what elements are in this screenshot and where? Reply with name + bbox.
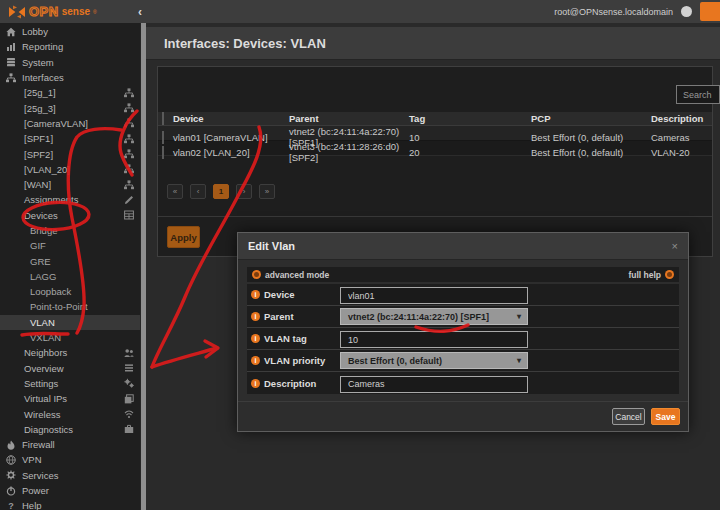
modal-header: Edit Vlan × bbox=[238, 233, 688, 260]
status-circle-icon[interactable] bbox=[681, 6, 692, 17]
sitemap-icon bbox=[6, 73, 17, 83]
sidebar-item-reporting[interactable]: Reporting bbox=[0, 39, 140, 54]
sidebar-item-lobby[interactable]: Lobby bbox=[0, 24, 140, 39]
field-row-parent: iParentvtnet2 (bc:24:11:4a:22:70) [SPF1]… bbox=[247, 306, 679, 328]
page-button[interactable]: ‹ bbox=[190, 184, 206, 199]
sidebar-item-label: Loopback bbox=[30, 286, 71, 297]
sidebar-item-label: Bridge bbox=[30, 225, 57, 236]
row-checkbox[interactable] bbox=[162, 146, 164, 159]
apply-button[interactable]: Apply bbox=[167, 226, 200, 248]
selected-value: Best Effort (0, default) bbox=[348, 356, 442, 366]
sidebar-item-vpn[interactable]: VPN bbox=[0, 452, 140, 467]
info-icon[interactable]: i bbox=[251, 290, 260, 299]
info-icon[interactable]: i bbox=[251, 379, 260, 388]
search-input[interactable] bbox=[676, 85, 720, 104]
sidebar-item-label: Settings bbox=[24, 378, 58, 389]
sidebar-item-settings[interactable]: Settings bbox=[0, 376, 140, 391]
power-icon bbox=[6, 486, 17, 496]
column-header: Description bbox=[651, 113, 712, 124]
sidebar-item-neighbors[interactable]: Neighbors bbox=[0, 345, 140, 360]
top-header: OPNsense® ‹ root@OPNsense.localdomain bbox=[0, 0, 720, 23]
save-button[interactable]: Save bbox=[651, 408, 680, 425]
sidebar-item-spf2[interactable]: [SPF2] bbox=[0, 146, 140, 161]
sidebar: LobbyReportingSystemInterfaces[25g_1][25… bbox=[0, 23, 140, 510]
sidebar-item-label: Assignments bbox=[24, 194, 78, 205]
sidebar-item-wan[interactable]: [WAN] bbox=[0, 177, 140, 192]
device-input[interactable] bbox=[340, 287, 528, 304]
vlan-priority-select[interactable]: Best Effort (0, default)▾ bbox=[340, 352, 528, 369]
page-button[interactable]: » bbox=[259, 184, 275, 199]
page-button[interactable]: « bbox=[167, 184, 183, 199]
info-icon[interactable]: i bbox=[251, 356, 260, 365]
sidebar-item-services[interactable]: Services bbox=[0, 468, 140, 483]
cancel-button[interactable]: Cancel bbox=[612, 408, 645, 425]
info-icon[interactable]: i bbox=[251, 312, 260, 321]
svg-text:?: ? bbox=[8, 501, 14, 510]
selected-value: vtnet2 (bc:24:11:4a:22:70) [SPF1] bbox=[348, 312, 489, 322]
close-icon[interactable]: × bbox=[672, 240, 678, 252]
logout-button[interactable] bbox=[700, 2, 720, 21]
chevron-down-icon: ▾ bbox=[517, 356, 521, 365]
field-row-description: iDescription bbox=[247, 372, 679, 394]
modal-body: advanced mode full help iDeviceiParentvt… bbox=[238, 260, 688, 394]
sidebar-item-label: VLAN bbox=[30, 317, 55, 328]
sidebar-item-vxlan[interactable]: VXLAN bbox=[0, 330, 140, 345]
sidebar-item-wireless[interactable]: Wireless bbox=[0, 406, 140, 421]
list-icon bbox=[124, 363, 134, 373]
sitemap-icon bbox=[124, 134, 134, 144]
advanced-mode-toggle-icon[interactable] bbox=[252, 270, 261, 279]
sidebar-item-devices[interactable]: Devices bbox=[0, 208, 140, 223]
sidebar-item-label: Lobby bbox=[22, 26, 48, 37]
table-cell: vtnet3 (bc:24:11:28:26:d0) [SPF2] bbox=[289, 141, 409, 163]
sidebar-item-cameravlan[interactable]: [CameraVLAN] bbox=[0, 116, 140, 131]
wifi-icon bbox=[124, 409, 134, 419]
field-label: Parent bbox=[264, 311, 294, 322]
sidebar-item-vlan-20[interactable]: [VLAN_20] bbox=[0, 162, 140, 177]
sidebar-item-overview[interactable]: Overview bbox=[0, 361, 140, 376]
table-cell: 20 bbox=[409, 147, 531, 158]
title-band: Interfaces: Devices: VLAN bbox=[146, 27, 720, 60]
row-checkbox[interactable] bbox=[162, 131, 164, 144]
sidebar-item-firewall[interactable]: Firewall bbox=[0, 437, 140, 452]
sidebar-item-25g-3[interactable]: [25g_3] bbox=[0, 100, 140, 115]
sidebar-item-assignments[interactable]: Assignments bbox=[0, 192, 140, 207]
sidebar-item-label: VPN bbox=[22, 454, 42, 465]
page-button-current[interactable]: 1 bbox=[213, 184, 229, 199]
parent-select[interactable]: vtnet2 (bc:24:11:4a:22:70) [SPF1]▾ bbox=[340, 308, 528, 325]
sidebar-item-bridge[interactable]: Bridge bbox=[0, 223, 140, 238]
sidebar-item-gif[interactable]: GIF bbox=[0, 238, 140, 253]
sidebar-item-label: GRE bbox=[30, 256, 51, 267]
sidebar-item-point-to-point[interactable]: Point-to-Point bbox=[0, 299, 140, 314]
sidebar-item-lagg[interactable]: LAGG bbox=[0, 269, 140, 284]
sidebar-item-virtual-ips[interactable]: Virtual IPs bbox=[0, 391, 140, 406]
sidebar-scrollbar[interactable] bbox=[141, 23, 146, 510]
sidebar-item-label: Firewall bbox=[22, 439, 55, 450]
sidebar-item-power[interactable]: Power bbox=[0, 483, 140, 498]
description-input[interactable] bbox=[340, 376, 528, 393]
sidebar-collapse-icon[interactable]: ‹ bbox=[138, 5, 142, 19]
fire-icon bbox=[6, 440, 17, 450]
sidebar-item-loopback[interactable]: Loopback bbox=[0, 284, 140, 299]
sidebar-item-diagnostics[interactable]: Diagnostics bbox=[0, 422, 140, 437]
brand-registered-mark: ® bbox=[93, 9, 97, 15]
sidebar-item-spf1[interactable]: [SPF1] bbox=[0, 131, 140, 146]
sidebar-item-gre[interactable]: GRE bbox=[0, 253, 140, 268]
info-icon[interactable]: i bbox=[251, 334, 260, 343]
sidebar-item-25g-1[interactable]: [25g_1] bbox=[0, 85, 140, 100]
sidebar-item-label: System bbox=[22, 57, 54, 68]
copy-icon bbox=[124, 394, 134, 404]
table-cell: Cameras bbox=[651, 132, 712, 143]
page-button[interactable]: › bbox=[236, 184, 252, 199]
full-help-control[interactable]: full help bbox=[624, 270, 674, 280]
table-row[interactable]: vlan02 [VLAN_20]vtnet3 (bc:24:11:28:26:d… bbox=[158, 141, 712, 156]
brand-opn: OPN bbox=[29, 5, 59, 18]
sidebar-item-interfaces[interactable]: Interfaces bbox=[0, 70, 140, 85]
table-cell: Best Effort (0, default) bbox=[531, 147, 651, 158]
sidebar-item-help[interactable]: ?Help bbox=[0, 498, 140, 510]
opnsense-logo[interactable]: OPNsense® bbox=[0, 5, 132, 19]
vlan-tag-input[interactable] bbox=[340, 331, 528, 348]
table-row[interactable]: vlan01 [CameraVLAN]vtnet2 (bc:24:11:4a:2… bbox=[158, 126, 712, 141]
row-checkbox[interactable] bbox=[162, 112, 164, 125]
sidebar-item-vlan[interactable]: VLAN bbox=[0, 315, 140, 330]
sidebar-item-system[interactable]: System bbox=[0, 55, 140, 70]
